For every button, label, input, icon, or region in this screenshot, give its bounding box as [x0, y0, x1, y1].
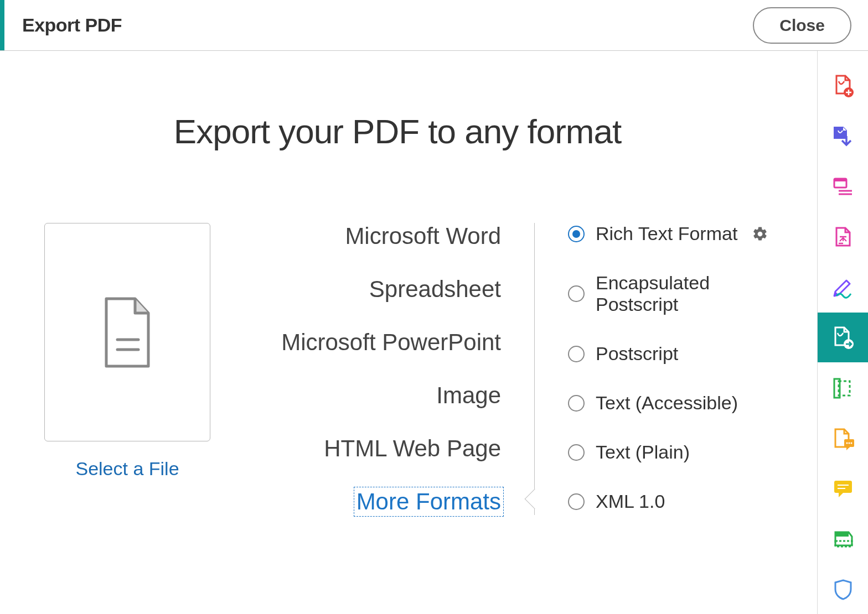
- option-rtf[interactable]: Rich Text Format: [568, 223, 789, 244]
- document-icon: [100, 296, 155, 368]
- option-eps[interactable]: Encapsulated Postscript: [568, 272, 789, 315]
- scan-icon[interactable]: [818, 513, 869, 564]
- category-image[interactable]: Image: [436, 382, 501, 409]
- svg-rect-4: [834, 179, 846, 181]
- category-word[interactable]: Microsoft Word: [345, 223, 501, 249]
- category-powerpoint[interactable]: Microsoft PowerPoint: [281, 329, 501, 356]
- category-html[interactable]: HTML Web Page: [324, 435, 501, 462]
- option-text-accessible[interactable]: Text (Accessible): [568, 392, 789, 414]
- svg-rect-11: [834, 379, 840, 398]
- export-pdf-icon[interactable]: [818, 313, 869, 363]
- combine-files-icon[interactable]: [818, 111, 869, 162]
- file-select-column: Select a File: [28, 223, 227, 515]
- radio-icon: [568, 493, 585, 510]
- svg-point-14: [848, 442, 850, 444]
- svg-point-13: [846, 442, 848, 444]
- crop-icon[interactable]: [818, 362, 869, 413]
- option-label: Rich Text Format: [596, 223, 737, 244]
- sign-icon[interactable]: [818, 262, 869, 313]
- option-postscript[interactable]: Postscript: [568, 343, 789, 365]
- chat-icon[interactable]: [818, 463, 869, 513]
- option-label: Text (Accessible): [596, 392, 738, 414]
- main-panel: Export your PDF to any format Select a F…: [0, 51, 817, 614]
- header-bar: Export PDF Close: [0, 0, 868, 51]
- radio-icon: [568, 226, 585, 242]
- option-text-plain[interactable]: Text (Plain): [568, 441, 789, 463]
- tool-rail: [817, 51, 868, 614]
- radio-icon: [568, 444, 585, 461]
- radio-icon: [568, 346, 585, 362]
- file-drop-zone[interactable]: [44, 223, 210, 441]
- organize-pages-icon[interactable]: [818, 162, 869, 212]
- option-label: Text (Plain): [596, 441, 690, 463]
- option-label: Encapsulated Postscript: [596, 272, 789, 315]
- page-title: Export PDF: [0, 14, 122, 36]
- svg-rect-19: [835, 532, 849, 537]
- category-list: Microsoft Word Spreadsheet Microsoft Pow…: [227, 223, 535, 515]
- option-label: XML 1.0: [596, 491, 665, 512]
- svg-point-15: [850, 442, 852, 444]
- gear-icon[interactable]: [752, 226, 768, 242]
- main-heading: Export your PDF to any format: [28, 112, 789, 151]
- option-xml[interactable]: XML 1.0: [568, 491, 789, 512]
- category-spreadsheet[interactable]: Spreadsheet: [369, 276, 501, 303]
- format-options-list: Rich Text Format Encapsulated Postscript…: [535, 223, 789, 515]
- edit-pdf-icon[interactable]: [818, 212, 869, 262]
- header-accent: [0, 0, 4, 50]
- select-file-link[interactable]: Select a File: [75, 458, 179, 480]
- svg-rect-16: [834, 481, 852, 493]
- create-pdf-icon[interactable]: [818, 61, 869, 111]
- option-label: Postscript: [596, 343, 678, 365]
- protect-icon[interactable]: [818, 564, 869, 614]
- radio-icon: [568, 285, 585, 302]
- category-more-formats[interactable]: More Formats: [354, 487, 504, 517]
- comment-icon[interactable]: [818, 413, 869, 463]
- close-button[interactable]: Close: [753, 7, 851, 44]
- radio-icon: [568, 395, 585, 412]
